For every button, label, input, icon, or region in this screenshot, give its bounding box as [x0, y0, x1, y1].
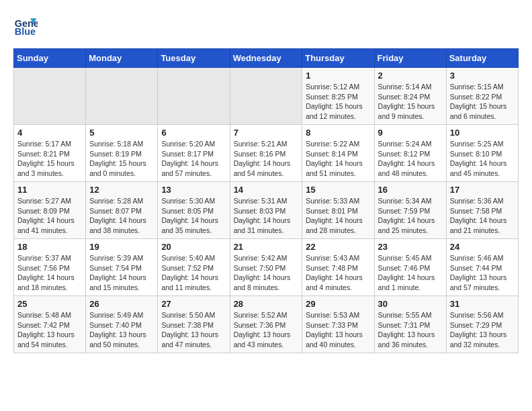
svg-text:Blue: Blue [15, 26, 36, 37]
day-number: 5 [89, 128, 154, 138]
calendar-cell: 16Sunrise: 5:34 AM Sunset: 7:59 PM Dayli… [374, 182, 446, 239]
calendar-cell: 15Sunrise: 5:33 AM Sunset: 8:01 PM Dayli… [302, 182, 374, 239]
day-number: 12 [89, 185, 154, 195]
calendar-cell: 23Sunrise: 5:45 AM Sunset: 7:46 PM Dayli… [374, 239, 446, 296]
calendar-cell: 14Sunrise: 5:31 AM Sunset: 8:03 PM Dayli… [230, 182, 302, 239]
day-info: Sunrise: 5:37 AM Sunset: 7:56 PM Dayligh… [17, 253, 82, 293]
calendar-cell: 10Sunrise: 5:25 AM Sunset: 8:10 PM Dayli… [446, 125, 518, 182]
calendar-cell: 31Sunrise: 5:56 AM Sunset: 7:29 PM Dayli… [446, 296, 518, 353]
day-info: Sunrise: 5:39 AM Sunset: 7:54 PM Dayligh… [89, 253, 154, 293]
day-number: 4 [17, 128, 82, 138]
day-info: Sunrise: 5:25 AM Sunset: 8:10 PM Dayligh… [450, 139, 515, 179]
day-number: 27 [161, 299, 226, 309]
day-number: 10 [450, 128, 515, 138]
day-number: 11 [17, 185, 82, 195]
day-number: 2 [378, 71, 443, 81]
day-number: 29 [306, 299, 370, 309]
calendar-cell: 24Sunrise: 5:46 AM Sunset: 7:44 PM Dayli… [446, 239, 518, 296]
calendar-cell: 26Sunrise: 5:49 AM Sunset: 7:40 PM Dayli… [86, 296, 158, 353]
day-info: Sunrise: 5:40 AM Sunset: 7:52 PM Dayligh… [161, 253, 226, 293]
day-info: Sunrise: 5:24 AM Sunset: 8:12 PM Dayligh… [378, 139, 443, 179]
day-info: Sunrise: 5:12 AM Sunset: 8:25 PM Dayligh… [306, 82, 370, 122]
calendar-cell: 28Sunrise: 5:52 AM Sunset: 7:36 PM Dayli… [230, 296, 302, 353]
day-info: Sunrise: 5:17 AM Sunset: 8:21 PM Dayligh… [17, 139, 82, 179]
day-number: 22 [306, 242, 370, 252]
day-info: Sunrise: 5:33 AM Sunset: 8:01 PM Dayligh… [306, 196, 370, 236]
day-info: Sunrise: 5:43 AM Sunset: 7:48 PM Dayligh… [306, 253, 370, 293]
week-row-3: 11Sunrise: 5:27 AM Sunset: 8:09 PM Dayli… [14, 182, 519, 239]
day-info: Sunrise: 5:45 AM Sunset: 7:46 PM Dayligh… [378, 253, 443, 293]
day-number: 1 [306, 71, 370, 81]
day-info: Sunrise: 5:27 AM Sunset: 8:09 PM Dayligh… [17, 196, 82, 236]
day-info: Sunrise: 5:50 AM Sunset: 7:38 PM Dayligh… [161, 310, 226, 350]
day-info: Sunrise: 5:22 AM Sunset: 8:14 PM Dayligh… [306, 139, 370, 179]
col-header-saturday: Saturday [446, 49, 518, 68]
col-header-sunday: Sunday [14, 49, 86, 68]
day-info: Sunrise: 5:18 AM Sunset: 8:19 PM Dayligh… [89, 139, 154, 179]
calendar-cell: 7Sunrise: 5:21 AM Sunset: 8:16 PM Daylig… [230, 125, 302, 182]
day-number: 3 [450, 71, 515, 81]
calendar-header-row: SundayMondayTuesdayWednesdayThursdayFrid… [14, 49, 519, 68]
col-header-friday: Friday [374, 49, 446, 68]
day-number: 19 [89, 242, 154, 252]
calendar-cell: 3Sunrise: 5:15 AM Sunset: 8:22 PM Daylig… [446, 68, 518, 125]
calendar-cell: 18Sunrise: 5:37 AM Sunset: 7:56 PM Dayli… [14, 239, 86, 296]
day-info: Sunrise: 5:36 AM Sunset: 7:58 PM Dayligh… [450, 196, 515, 236]
calendar-cell: 5Sunrise: 5:18 AM Sunset: 8:19 PM Daylig… [86, 125, 158, 182]
calendar-cell: 11Sunrise: 5:27 AM Sunset: 8:09 PM Dayli… [14, 182, 86, 239]
day-number: 21 [234, 242, 299, 252]
day-info: Sunrise: 5:34 AM Sunset: 7:59 PM Dayligh… [378, 196, 443, 236]
calendar-cell: 30Sunrise: 5:55 AM Sunset: 7:31 PM Dayli… [374, 296, 446, 353]
calendar-cell: 6Sunrise: 5:20 AM Sunset: 8:17 PM Daylig… [158, 125, 230, 182]
day-number: 7 [234, 128, 299, 138]
col-header-wednesday: Wednesday [230, 49, 302, 68]
day-info: Sunrise: 5:56 AM Sunset: 7:29 PM Dayligh… [450, 310, 515, 350]
day-info: Sunrise: 5:15 AM Sunset: 8:22 PM Dayligh… [450, 82, 515, 122]
day-info: Sunrise: 5:20 AM Sunset: 8:17 PM Dayligh… [161, 139, 226, 179]
calendar-cell: 8Sunrise: 5:22 AM Sunset: 8:14 PM Daylig… [302, 125, 374, 182]
calendar-cell [14, 68, 86, 125]
calendar-cell: 13Sunrise: 5:30 AM Sunset: 8:05 PM Dayli… [158, 182, 230, 239]
day-number: 9 [378, 128, 443, 138]
calendar-cell: 12Sunrise: 5:28 AM Sunset: 8:07 PM Dayli… [86, 182, 158, 239]
day-info: Sunrise: 5:31 AM Sunset: 8:03 PM Dayligh… [234, 196, 299, 236]
calendar-cell [158, 68, 230, 125]
calendar-cell: 2Sunrise: 5:14 AM Sunset: 8:24 PM Daylig… [374, 68, 446, 125]
logo: General Blue [13, 13, 40, 38]
calendar-cell: 17Sunrise: 5:36 AM Sunset: 7:58 PM Dayli… [446, 182, 518, 239]
calendar-cell: 22Sunrise: 5:43 AM Sunset: 7:48 PM Dayli… [302, 239, 374, 296]
calendar-cell: 1Sunrise: 5:12 AM Sunset: 8:25 PM Daylig… [302, 68, 374, 125]
week-row-2: 4Sunrise: 5:17 AM Sunset: 8:21 PM Daylig… [14, 125, 519, 182]
day-info: Sunrise: 5:48 AM Sunset: 7:42 PM Dayligh… [17, 310, 82, 350]
calendar-table: SundayMondayTuesdayWednesdayThursdayFrid… [13, 48, 519, 353]
day-info: Sunrise: 5:52 AM Sunset: 7:36 PM Dayligh… [234, 310, 299, 350]
calendar-cell: 27Sunrise: 5:50 AM Sunset: 7:38 PM Dayli… [158, 296, 230, 353]
day-number: 24 [450, 242, 515, 252]
calendar-cell: 20Sunrise: 5:40 AM Sunset: 7:52 PM Dayli… [158, 239, 230, 296]
day-info: Sunrise: 5:46 AM Sunset: 7:44 PM Dayligh… [450, 253, 515, 293]
calendar-cell: 29Sunrise: 5:53 AM Sunset: 7:33 PM Dayli… [302, 296, 374, 353]
logo-icon: General Blue [13, 13, 38, 38]
day-info: Sunrise: 5:55 AM Sunset: 7:31 PM Dayligh… [378, 310, 443, 350]
day-number: 17 [450, 185, 515, 195]
week-row-1: 1Sunrise: 5:12 AM Sunset: 8:25 PM Daylig… [14, 68, 519, 125]
day-number: 26 [89, 299, 154, 309]
day-number: 28 [234, 299, 299, 309]
day-info: Sunrise: 5:30 AM Sunset: 8:05 PM Dayligh… [161, 196, 226, 236]
day-number: 16 [378, 185, 443, 195]
day-number: 20 [161, 242, 226, 252]
header: General Blue [13, 13, 519, 38]
col-header-monday: Monday [86, 49, 158, 68]
col-header-thursday: Thursday [302, 49, 374, 68]
week-row-4: 18Sunrise: 5:37 AM Sunset: 7:56 PM Dayli… [14, 239, 519, 296]
day-number: 15 [306, 185, 370, 195]
calendar-cell: 9Sunrise: 5:24 AM Sunset: 8:12 PM Daylig… [374, 125, 446, 182]
calendar-cell: 4Sunrise: 5:17 AM Sunset: 8:21 PM Daylig… [14, 125, 86, 182]
day-number: 23 [378, 242, 443, 252]
day-info: Sunrise: 5:49 AM Sunset: 7:40 PM Dayligh… [89, 310, 154, 350]
day-number: 13 [161, 185, 226, 195]
calendar-cell [230, 68, 302, 125]
day-number: 6 [161, 128, 226, 138]
day-number: 31 [450, 299, 515, 309]
col-header-tuesday: Tuesday [158, 49, 230, 68]
